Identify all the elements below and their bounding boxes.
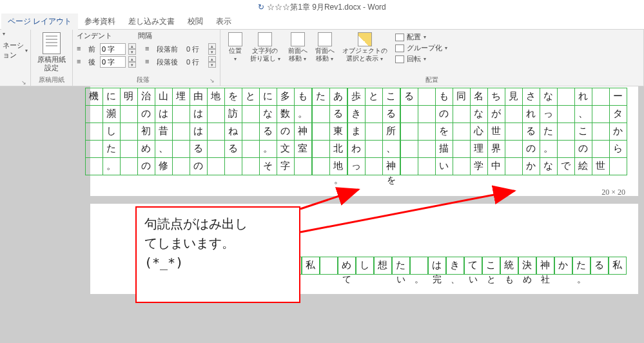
- dialog-launcher-icon[interactable]: ↘: [210, 77, 216, 84]
- genkou-cell: の: [522, 140, 540, 158]
- arrange-right-2[interactable]: 回転 ▾: [395, 54, 447, 64]
- genkou-column: 地: [207, 88, 224, 184]
- genkou-column: 治の初めの: [137, 88, 155, 184]
- arrange-button-3[interactable]: 背面へ移動 ▾: [311, 31, 338, 64]
- stub-item-pagination[interactable]: ネーション▾: [3, 41, 28, 60]
- genkou-cell: [312, 122, 330, 141]
- ribbon-group-paragraph: インデント 間隔 ≡ 前 ▴▾ ≡ 段落前 0 行 ▴▾ ≡ 後: [73, 30, 220, 86]
- mini-icon: [395, 34, 404, 41]
- tab-1[interactable]: 参考資料: [78, 14, 122, 30]
- indent-after-label: 後: [88, 57, 97, 67]
- genkou-column: 。: [410, 257, 428, 283]
- genkou-cell: わ: [347, 140, 366, 158]
- genkou-cell: [172, 157, 190, 175]
- genkou-column: で: [557, 88, 574, 184]
- stub-item[interactable]: ▾: [3, 31, 5, 37]
- genkou-cell: も: [435, 88, 453, 106]
- spinner[interactable]: ▴▾: [128, 43, 136, 55]
- document-area[interactable]: ータから世れ、この絵でなった。なされるのか見ちが世界中名な心理学同ものを描いるこ…: [0, 86, 644, 343]
- spacing-before-icon: ≡: [145, 44, 154, 54]
- indent-before-label: 前: [88, 44, 97, 54]
- indent-before-input[interactable]: [100, 43, 126, 55]
- genkou-cell: と: [365, 88, 383, 106]
- tab-3[interactable]: 校閲: [181, 14, 210, 30]
- arrange-right-1[interactable]: グループ化 ▾: [395, 43, 447, 53]
- genkou-column: し: [356, 257, 374, 283]
- genkou-cell: ら: [609, 140, 627, 158]
- arrange-button-0[interactable]: 位置 ▾: [224, 31, 246, 64]
- genkou-cell: か: [554, 257, 572, 275]
- genkou-cell: を: [224, 88, 242, 106]
- genkou-column: る: [590, 257, 609, 283]
- genkou-cell: き: [446, 257, 464, 275]
- genkou-cell: 私: [609, 257, 627, 275]
- genkou-cell: っ: [347, 157, 366, 175]
- genkou-cell: [557, 105, 575, 123]
- spacing-before-label: 段落前: [157, 44, 184, 54]
- genkou-cell: 北: [329, 140, 347, 158]
- ribbon: ▾ ネーション▾ ↘ 原稿用紙 設定 原稿用紙 インデント 間隔 ≡ 前: [0, 30, 644, 86]
- genkou-cell: 想: [374, 257, 392, 275]
- genkou-cell: の: [277, 122, 295, 141]
- dialog-launcher-icon[interactable]: ↘: [3, 79, 28, 86]
- indent-after-input[interactable]: [100, 56, 126, 68]
- spacing-header: 間隔: [138, 31, 152, 41]
- genkou-column: ある東北地。: [329, 88, 347, 184]
- arrange-button-2[interactable]: 前面へ移動 ▾: [284, 31, 311, 64]
- genkou-cell: [505, 122, 523, 141]
- tab-2[interactable]: 差し込み文書: [122, 14, 181, 30]
- genkou-cell: の: [137, 105, 155, 123]
- spinner[interactable]: ▴▾: [208, 43, 216, 55]
- genkou-cell: 埋: [172, 88, 190, 106]
- spacing-after-icon: ≡: [145, 57, 154, 66]
- genkou-cell: [418, 105, 436, 123]
- tab-4[interactable]: 表示: [210, 14, 238, 30]
- genkou-cell: れ: [522, 105, 540, 123]
- arrange-right-0[interactable]: 配置 ▾: [395, 32, 447, 42]
- genkou-column: 見: [505, 88, 522, 184]
- genkou-column: れ、この絵: [574, 88, 592, 184]
- genkou-settings-button[interactable]: 原稿用紙 設定: [35, 31, 68, 74]
- genkou-cell: は: [190, 105, 208, 123]
- genkou-cell: は: [155, 105, 173, 123]
- genkou-cell: そ: [259, 157, 277, 175]
- genkou-grid: ータから世れ、この絵でなった。なされるのか見ちが世界中名な心理学同ものを描いるこ…: [102, 88, 627, 184]
- tab-0[interactable]: ページ レイアウト: [1, 14, 78, 30]
- genkou-cell: の: [137, 157, 155, 175]
- genkou-cell: が: [487, 105, 505, 123]
- indent-right-icon: ≡: [77, 57, 86, 66]
- genkou-cell: [592, 122, 610, 141]
- genkou-cell: [592, 140, 610, 158]
- callout-line: 句読点がはみ出し: [144, 214, 291, 233]
- genkou-cell: タ: [609, 105, 627, 123]
- genkou-column: 私: [302, 257, 320, 283]
- genkou-column: ものを描い: [435, 88, 453, 184]
- arrange-icon: [291, 32, 305, 46]
- genkou-cell: 由: [190, 88, 208, 106]
- genkou-cell: 機: [85, 88, 103, 106]
- genkou-cell: 所: [382, 122, 400, 141]
- spinner[interactable]: ▴▾: [128, 56, 136, 68]
- genkou-column: 山は昔、修: [155, 88, 172, 184]
- genkou-column: を訪ねる: [224, 88, 242, 184]
- genkou-cell: 治: [137, 88, 155, 106]
- titlebar: ↻ ☆☆☆第1章 9月Rev1.docx - Word: [0, 0, 644, 14]
- genkou-cell: [557, 140, 575, 158]
- genkou-cell: 中: [487, 157, 505, 175]
- group-label-arrange: 配置: [224, 75, 639, 86]
- arrange-button-4[interactable]: オブジェクトの選択と表示 ▾: [338, 31, 391, 64]
- genkou-column: になる。そ: [259, 88, 277, 184]
- genkou-cell: し: [102, 122, 121, 141]
- genkou-overflow-cell: [294, 175, 312, 184]
- genkou-overflow-cell: 。: [410, 274, 428, 283]
- arrange-button-1[interactable]: 文字列の折り返し ▾: [246, 31, 284, 64]
- genkou-cell: 地: [329, 157, 347, 175]
- genkou-column: き、: [446, 257, 464, 283]
- genkou-cell: [365, 122, 383, 141]
- genkou-cell: っ: [540, 105, 558, 123]
- genkou-cell: な: [540, 88, 558, 106]
- genkou-column: 歩きまわっ: [347, 88, 365, 184]
- genkou-cell: 世: [592, 157, 610, 175]
- genkou-cell: こ: [574, 122, 592, 141]
- spinner[interactable]: ▴▾: [208, 56, 216, 68]
